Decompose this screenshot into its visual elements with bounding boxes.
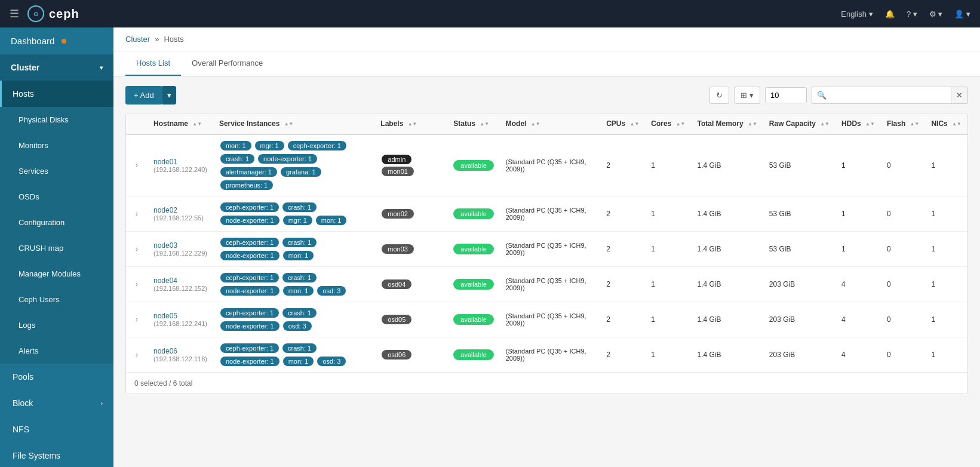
- col-hostname[interactable]: Hostname ▲▼: [148, 113, 213, 134]
- total-memory-cell: 1.4 GiB: [692, 267, 763, 302]
- tab-hosts-list[interactable]: Hosts List: [125, 51, 181, 76]
- sidebar-item-services[interactable]: Services: [0, 158, 113, 184]
- dashboard-warning-dot: [62, 39, 66, 44]
- raw-capacity-cell: 203 GiB: [763, 302, 835, 337]
- search-box: 🔍 ✕: [812, 87, 968, 104]
- sidebar-item-alerts[interactable]: Alerts: [0, 338, 113, 364]
- sidebar-item-osds[interactable]: OSDs: [0, 184, 113, 210]
- service-badge: node-exporter: 1: [220, 357, 279, 366]
- col-service-instances[interactable]: Service Instances ▲▼: [213, 113, 374, 134]
- hdds-cell: 1: [835, 196, 881, 232]
- col-cpus[interactable]: CPUs ▲▼: [600, 113, 645, 134]
- cpus-cell: 2: [600, 267, 645, 302]
- col-hdds[interactable]: HDDs ▲▼: [835, 113, 881, 134]
- label-badge: osd04: [382, 279, 411, 289]
- col-model[interactable]: Model ▲▼: [500, 113, 600, 134]
- expand-row-button[interactable]: ›: [132, 314, 142, 325]
- sidebar-item-hosts[interactable]: Hosts: [0, 81, 113, 107]
- total-memory-cell: 1.4 GiB: [692, 196, 763, 232]
- col-labels[interactable]: Labels ▲▼: [374, 113, 447, 134]
- col-expand: [126, 113, 148, 134]
- total-memory-cell: 1.4 GiB: [692, 302, 763, 337]
- tab-overall-performance[interactable]: Overall Performance: [181, 51, 274, 76]
- status-badge: available: [453, 208, 493, 219]
- service-badge: ceph-exporter: 1: [288, 141, 346, 150]
- sidebar-item-pools[interactable]: Pools: [0, 364, 113, 390]
- sidebar-item-dashboard[interactable]: Dashboard: [0, 27, 113, 54]
- user-icon[interactable]: 👤 ▾: [954, 10, 970, 19]
- raw-capacity-cell: 203 GiB: [763, 337, 835, 373]
- page-size-input[interactable]: [765, 87, 807, 103]
- sidebar-item-ceph-users[interactable]: Ceph Users: [0, 287, 113, 312]
- sidebar-item-block[interactable]: Block ›: [0, 390, 113, 416]
- toolbar: + Add ▾ ↻ ⊞ ▾ 🔍 ✕: [125, 86, 968, 105]
- expand-row-button[interactable]: ›: [132, 208, 142, 219]
- settings-icon[interactable]: ⚙ ▾: [929, 10, 943, 19]
- table-row: ›node06(192.168.122.116)ceph-exporter: 1…: [126, 337, 967, 373]
- logo-text: ceph: [49, 7, 79, 21]
- clear-search-button[interactable]: ✕: [951, 87, 967, 103]
- label-badge: admin: [382, 155, 411, 164]
- col-nics[interactable]: NICs ▲▼: [925, 113, 967, 134]
- search-icon: 🔍: [812, 87, 831, 103]
- col-flash[interactable]: Flash ▲▼: [881, 113, 926, 134]
- service-badge: ceph-exporter: 1: [220, 238, 279, 247]
- label-badge: osd06: [382, 350, 411, 360]
- nics-cell: 1: [925, 267, 967, 302]
- nics-cell: 1: [925, 302, 967, 337]
- service-badge: mon: 1: [283, 357, 314, 366]
- total-memory-cell: 1.4 GiB: [692, 134, 763, 196]
- service-badge: node-exporter: 1: [220, 286, 279, 296]
- expand-row-button[interactable]: ›: [132, 244, 142, 254]
- refresh-button[interactable]: ↻: [709, 87, 729, 104]
- service-badge: ceph-exporter: 1: [220, 308, 279, 318]
- columns-button[interactable]: ⊞ ▾: [734, 87, 760, 104]
- sidebar-item-logs[interactable]: Logs: [0, 312, 113, 338]
- hostname-ip: (192.168.122.241): [153, 320, 207, 327]
- add-button[interactable]: + Add: [125, 86, 162, 105]
- hamburger-icon[interactable]: ☰: [10, 7, 19, 20]
- service-badge: prometheus: 1: [220, 180, 273, 190]
- raw-capacity-cell: 53 GiB: [763, 196, 835, 232]
- hostname-main: node03: [153, 241, 207, 250]
- expand-row-button[interactable]: ›: [132, 349, 142, 360]
- service-badge: crash: 1: [282, 343, 317, 353]
- search-input[interactable]: [831, 87, 951, 103]
- model-cell: (Standard PC (Q35 + ICH9, 2009)): [500, 267, 600, 302]
- raw-capacity-cell: 203 GiB: [763, 267, 835, 302]
- service-badge: mgr: 1: [255, 141, 284, 150]
- sidebar-item-nfs[interactable]: NFS: [0, 416, 113, 443]
- label-badge: mon02: [382, 209, 414, 219]
- expand-row-button[interactable]: ›: [132, 160, 142, 171]
- sidebar-item-file-systems[interactable]: File Systems: [0, 443, 113, 467]
- hostname-main: node02: [153, 206, 207, 214]
- col-raw-capacity[interactable]: Raw Capacity ▲▼: [763, 113, 835, 134]
- add-dropdown-button[interactable]: ▾: [162, 86, 176, 105]
- expand-row-button[interactable]: ›: [132, 279, 142, 290]
- hdds-cell: 1: [835, 134, 881, 196]
- sidebar-cluster-header[interactable]: Cluster ▾: [0, 54, 113, 81]
- service-badge: mgr: 1: [283, 216, 312, 225]
- help-icon[interactable]: ? ▾: [907, 10, 917, 19]
- hostname-ip: (192.168.122.240): [153, 166, 207, 173]
- service-badge: node-exporter: 1: [258, 154, 317, 164]
- language-selector[interactable]: English ▾: [841, 10, 873, 19]
- service-badge: mon: 1: [283, 286, 314, 296]
- service-badge: osd: 3: [317, 286, 346, 296]
- col-cores[interactable]: Cores ▲▼: [645, 113, 691, 134]
- nics-cell: 1: [925, 196, 967, 232]
- bell-icon[interactable]: 🔔: [885, 10, 895, 19]
- cpus-cell: 2: [600, 337, 645, 373]
- cores-cell: 1: [645, 196, 691, 232]
- hosts-table: Hostname ▲▼ Service Instances ▲▼ Labels …: [125, 113, 968, 394]
- sidebar-item-physical-disks[interactable]: Physical Disks: [0, 107, 113, 133]
- col-status[interactable]: Status ▲▼: [447, 113, 499, 134]
- sidebar-item-monitors[interactable]: Monitors: [0, 133, 113, 158]
- col-total-memory[interactable]: Total Memory ▲▼: [692, 113, 763, 134]
- sidebar-item-configuration[interactable]: Configuration: [0, 210, 113, 235]
- service-badge: crash: 1: [282, 238, 317, 247]
- sidebar-item-crush-map[interactable]: CRUSH map: [0, 235, 113, 261]
- sidebar-item-manager-modules[interactable]: Manager Modules: [0, 261, 113, 287]
- raw-capacity-cell: 53 GiB: [763, 134, 835, 196]
- breadcrumb-cluster[interactable]: Cluster: [125, 35, 150, 44]
